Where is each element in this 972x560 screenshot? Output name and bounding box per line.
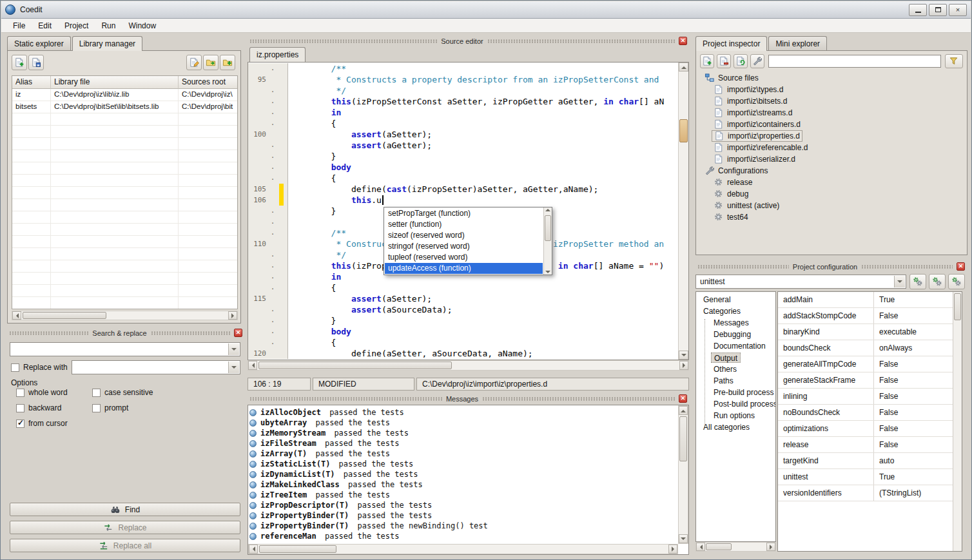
tab-iz-properties[interactable]: iz.properties <box>249 47 306 62</box>
config-row-noBoundsCheck[interactable]: noBoundsCheckFalse <box>778 405 962 421</box>
table-row[interactable] <box>12 285 237 297</box>
edit-alias-button[interactable] <box>186 55 202 70</box>
duplicate-configuration-button[interactable] <box>929 274 946 289</box>
completion-item[interactable]: updateAccess (function) <box>385 263 543 274</box>
code-line[interactable]: 100 assert(aSetter); <box>248 129 678 140</box>
code-line[interactable]: . { <box>248 282 678 293</box>
checkbox-prompt[interactable]: prompt <box>92 400 229 416</box>
tree-item-import-iz-types-d[interactable]: import\iz\types.d <box>699 84 964 95</box>
tree-item-import-iz-properties-d[interactable]: import\iz\properties.d <box>699 130 964 142</box>
category-documentation[interactable]: Documentation <box>696 340 775 352</box>
table-row[interactable]: bitsetsC:\Dev\dproj\bitSet\lib\bitsets.l… <box>12 101 237 113</box>
category-post-build-process[interactable]: Post-build process <box>696 398 775 410</box>
code-line[interactable]: . assert(aGetter); <box>248 140 678 151</box>
remove-configuration-button[interactable] <box>948 274 965 289</box>
menu-item-run[interactable]: Run <box>95 19 122 32</box>
code-line[interactable]: . } <box>248 151 678 162</box>
categories-hscrollbar[interactable] <box>695 542 776 552</box>
config-row-unittest[interactable]: unittestTrue <box>778 469 962 485</box>
code-line[interactable]: 106 this.u <box>248 195 678 206</box>
category-categories[interactable]: Categories <box>696 305 775 317</box>
config-row-binaryKind[interactable]: binaryKindexecutable <box>778 324 962 340</box>
message-row[interactable]: izTreeItem passed the tests <box>249 490 677 500</box>
category-others[interactable]: Others <box>696 363 775 375</box>
code-line[interactable]: 105 define(cast(izPropSetter)aSetter, aG… <box>248 184 678 195</box>
remove-source-button[interactable] <box>717 54 731 68</box>
column-header-sources-root[interactable]: Sources root <box>179 76 238 89</box>
message-row[interactable]: izFileStream passed the tests <box>249 438 677 449</box>
table-row[interactable] <box>12 138 237 150</box>
scroll-left-icon[interactable] <box>249 545 258 554</box>
dropdown-arrow-icon[interactable] <box>228 362 239 373</box>
add-source-button[interactable] <box>700 54 714 68</box>
category-paths[interactable]: Paths <box>696 375 775 387</box>
scroll-up-icon[interactable] <box>679 406 688 415</box>
tree-item-import-iz-containers-d[interactable]: import\iz\containers.d <box>699 119 964 130</box>
table-row[interactable] <box>12 187 237 199</box>
checkbox-box[interactable] <box>92 389 101 397</box>
config-row-generateStackFrame[interactable]: generateStackFrameFalse <box>778 372 962 389</box>
completion-item[interactable]: setPropTarget (function) <box>385 208 543 219</box>
code-line[interactable]: . body <box>248 162 678 173</box>
dropdown-arrow-icon[interactable] <box>228 343 239 355</box>
scrollbar-thumb[interactable] <box>954 293 961 320</box>
menu-item-window[interactable]: Window <box>122 19 162 32</box>
checkbox-box[interactable] <box>16 389 24 397</box>
select-sources-root-button[interactable] <box>220 55 235 70</box>
code-line[interactable]: . { <box>248 337 678 348</box>
table-row[interactable]: izC:\Dev\dproj\iz\lib\iz.libC:\Dev\dproj… <box>12 89 237 101</box>
tab-mini-explorer[interactable]: Mini explorer <box>768 36 827 50</box>
message-row[interactable]: izMakeLinkedClass passed the tests <box>249 479 677 490</box>
code-line[interactable]: . { <box>248 173 678 184</box>
code-line[interactable]: 120 define(aSetter, aSourceData, aName); <box>248 348 678 359</box>
save-libraries-button[interactable] <box>28 55 44 70</box>
tree-item-import-iz-referencable-d[interactable]: import\iz\referencable.d <box>699 142 964 153</box>
category-general[interactable]: General <box>696 294 775 305</box>
scroll-up-icon[interactable] <box>679 63 688 72</box>
code-line[interactable]: . in <box>248 107 678 118</box>
code-line[interactable]: . this(izPropSetterConst aSetter, izProp… <box>248 96 678 107</box>
code-line[interactable]: 115 assert(aSetter); <box>248 293 678 304</box>
message-row[interactable]: izArray(T) passed the tests <box>249 449 677 459</box>
table-row[interactable] <box>12 150 237 162</box>
code-line[interactable]: . } <box>248 315 678 326</box>
menu-item-project[interactable]: Project <box>58 19 95 32</box>
scroll-left-icon[interactable] <box>248 361 257 370</box>
tree-item-release[interactable]: release <box>699 177 964 188</box>
table-row[interactable] <box>12 248 237 260</box>
checkbox-from-cursor[interactable]: from cursor <box>16 416 92 431</box>
category-pre-build-process[interactable]: Pre-build process <box>696 387 775 398</box>
table-row[interactable] <box>12 162 237 175</box>
code-editor[interactable]: . /**95 * Constructs a property descript… <box>248 62 689 360</box>
scrollbar-thumb[interactable] <box>545 215 551 241</box>
checkbox-backward[interactable]: backward <box>16 400 92 416</box>
table-row[interactable] <box>12 236 237 248</box>
message-row[interactable]: izAllocObject passed the tests <box>249 407 677 418</box>
table-row[interactable] <box>12 260 237 273</box>
tree-item-import-iz-streams-d[interactable]: import\iz\streams.d <box>699 107 964 119</box>
config-row-release[interactable]: releaseFalse <box>778 437 962 453</box>
checkbox-box[interactable] <box>16 420 24 428</box>
filter-input[interactable] <box>768 55 941 68</box>
close-search-panel-button[interactable]: ✕ <box>234 329 242 337</box>
code-line[interactable]: . assert(aSourceData); <box>248 304 678 315</box>
config-row-generateAllTmpCode[interactable]: generateAllTmpCodeFalse <box>778 356 962 372</box>
tab-project-inspector[interactable]: Project inspector <box>695 36 767 51</box>
config-row-optimizations[interactable]: optimizationsFalse <box>778 421 962 437</box>
column-header-library-file[interactable]: Library file <box>51 76 179 89</box>
completion-item[interactable]: sizeof (reserved word) <box>385 230 543 241</box>
category-all-categories[interactable]: All categories <box>696 421 775 433</box>
messages-hscrollbar[interactable] <box>248 544 678 554</box>
editor-vscrollbar[interactable] <box>678 63 688 360</box>
scrollbar-thumb[interactable] <box>259 545 336 553</box>
close-config-panel-button[interactable]: ✕ <box>957 262 965 271</box>
tree-item-source-files[interactable]: Source files <box>699 72 964 84</box>
grid-vscrollbar[interactable] <box>953 292 962 551</box>
checkbox-case-sensitive[interactable]: case sensitive <box>92 385 229 400</box>
checkbox-whole-word[interactable]: whole word <box>16 385 92 400</box>
table-row[interactable] <box>12 175 237 187</box>
close-editor-panel-button[interactable]: ✕ <box>679 37 687 45</box>
completion-item[interactable]: setter (function) <box>385 219 543 230</box>
replace-all-button[interactable]: Replace all <box>10 539 240 552</box>
code-line[interactable]: . */ <box>248 85 678 96</box>
